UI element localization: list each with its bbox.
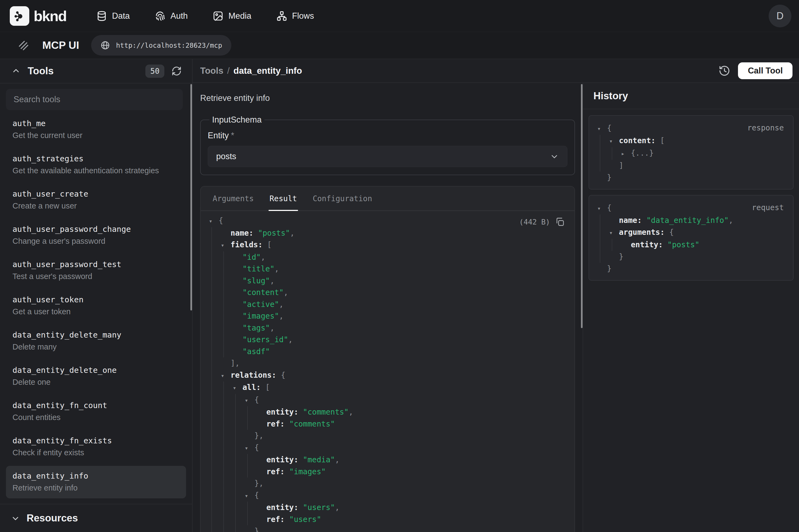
database-icon xyxy=(96,11,107,21)
json-string-value: "data_entity_info" xyxy=(642,216,728,225)
json-punctuation: } xyxy=(607,264,612,273)
json-key: entity: xyxy=(266,407,298,417)
tab-configuration[interactable]: Configuration xyxy=(313,187,372,210)
tool-list-item-data_entity_fn_count[interactable]: data_entity_fn_countCount entities xyxy=(6,395,186,428)
collapse-triangle-icon[interactable]: ▾ xyxy=(245,490,254,502)
tool-detail-panel: Retrieve entity info InputSchema Entity*… xyxy=(193,83,583,532)
collapse-triangle-icon[interactable]: ▾ xyxy=(597,123,607,135)
tool-description: Get the current user xyxy=(13,131,179,140)
nav-item-auth[interactable]: Auth xyxy=(155,11,188,21)
logo-text: bknd xyxy=(34,7,66,24)
json-line: name: "data_entity_info", xyxy=(597,214,785,226)
tool-list-item-data_entity_fn_exists[interactable]: data_entity_fn_existsCheck if entity exi… xyxy=(6,431,186,463)
bknd-logo[interactable]: bknd xyxy=(10,6,66,26)
network-icon xyxy=(277,11,287,21)
tool-description: Retrieve entity info xyxy=(200,93,575,103)
json-key: entity: xyxy=(266,503,298,512)
collapse-triangle-icon[interactable]: ▾ xyxy=(609,135,619,147)
expand-triangle-icon[interactable]: ▸ xyxy=(621,148,631,160)
collapse-triangle-icon[interactable]: ▾ xyxy=(233,382,243,394)
tool-name: data_entity_delete_many xyxy=(13,330,179,340)
tool-list-item-data_entity_delete_many[interactable]: data_entity_delete_manyDelete many xyxy=(6,325,186,357)
entity-select[interactable]: posts xyxy=(208,146,567,167)
json-line: ref: "images" xyxy=(209,466,565,478)
top-nav-bar: bknd DataAuthMediaFlows D xyxy=(0,0,799,32)
tool-list-item-auth_user_create[interactable]: auth_user_createCreate a new user xyxy=(6,184,186,216)
tool-description: Delete one xyxy=(13,378,179,387)
fingerprint-icon xyxy=(155,11,166,21)
user-avatar[interactable]: D xyxy=(768,5,792,27)
chevron-up-icon[interactable] xyxy=(12,66,21,76)
json-punctuation: ], xyxy=(230,359,240,368)
search-input[interactable] xyxy=(6,89,183,110)
json-punctuation: , xyxy=(335,455,340,464)
tab-result[interactable]: Result xyxy=(270,187,297,210)
collapse-triangle-icon[interactable]: ▾ xyxy=(245,442,254,454)
collapse-triangle-icon[interactable]: ▾ xyxy=(221,240,230,251)
json-line: "id", xyxy=(209,251,565,263)
chevron-down-icon[interactable] xyxy=(11,514,20,523)
tool-list-item-auth_user_token[interactable]: auth_user_tokenGet a user token xyxy=(6,290,186,322)
json-punctuation: , xyxy=(288,335,293,344)
tools-count-badge: 50 xyxy=(145,64,164,78)
json-line: } xyxy=(597,263,785,275)
tool-list-item-auth_strategies[interactable]: auth_strategiesGet the available authent… xyxy=(6,149,186,181)
copy-icon[interactable] xyxy=(555,217,565,227)
json-line: ▾fields: [ xyxy=(209,239,565,251)
history-title: History xyxy=(593,90,628,102)
collapse-triangle-icon[interactable]: ▾ xyxy=(597,203,607,214)
json-string-value: "id" xyxy=(243,253,261,262)
json-line: entity: "media", xyxy=(209,454,565,466)
json-line: } xyxy=(597,251,785,263)
tool-list-item-auth_user_password_change[interactable]: auth_user_password_changeChange a user's… xyxy=(6,219,186,252)
history-icon[interactable] xyxy=(719,65,730,77)
tab-arguments[interactable]: Arguments xyxy=(213,187,254,210)
bknd-logo-icon xyxy=(10,6,29,26)
tool-list-item-data_entity_info[interactable]: data_entity_infoRetrieve entity info xyxy=(6,466,186,498)
json-line: "tags", xyxy=(209,322,565,334)
nav-item-label: Data xyxy=(112,11,130,21)
history-entry-request[interactable]: request▾{name: "data_entity_info",▾argum… xyxy=(589,195,794,281)
tools-section-header[interactable]: Tools 50 xyxy=(0,59,192,83)
tool-description: Create a new user xyxy=(13,202,179,210)
input-schema-legend: InputSchema xyxy=(209,115,264,125)
json-punctuation: } xyxy=(254,527,259,532)
sidebar-scrollbar[interactable] xyxy=(190,84,192,310)
main-scrollbar[interactable] xyxy=(581,84,583,328)
json-line: name: "posts", xyxy=(209,227,565,239)
json-punctuation: , xyxy=(335,503,340,512)
json-punctuation: } xyxy=(619,252,624,261)
json-punctuation: { xyxy=(607,203,612,212)
collapse-triangle-icon[interactable]: ▾ xyxy=(245,395,254,406)
tool-name: auth_user_token xyxy=(13,295,179,304)
json-string-value: "images" xyxy=(243,311,279,321)
call-tool-button[interactable]: Call Tool xyxy=(738,62,793,79)
collapse-triangle-icon[interactable]: ▾ xyxy=(221,370,230,382)
tool-list-item-auth_me[interactable]: auth_meGet the current user xyxy=(6,113,186,146)
refresh-icon[interactable] xyxy=(171,66,182,76)
mcp-url-chip[interactable]: http://localhost:28623/mcp xyxy=(91,35,231,56)
json-punctuation: } xyxy=(607,173,612,182)
breadcrumb-root[interactable]: Tools xyxy=(200,65,224,76)
json-string-value: "users" xyxy=(285,515,321,524)
nav-item-flows[interactable]: Flows xyxy=(277,11,314,21)
image-icon xyxy=(213,11,224,21)
json-key: ref: xyxy=(266,515,285,524)
resources-section-header[interactable]: Resources xyxy=(0,504,192,532)
nav-item-media[interactable]: Media xyxy=(213,11,251,21)
history-entry-response[interactable]: response▾{▾content: [▸{...}]} xyxy=(589,115,794,190)
history-entry-type-label: response xyxy=(747,124,784,132)
json-punctuation: { xyxy=(607,124,612,133)
json-line: ▾{ xyxy=(209,490,565,502)
collapse-triangle-icon[interactable]: ▾ xyxy=(609,227,619,239)
json-line: "content", xyxy=(209,287,565,299)
history-entry-type-label: request xyxy=(752,203,784,212)
tool-list-item-data_entity_delete_one[interactable]: data_entity_delete_oneDelete one xyxy=(6,360,186,393)
history-panel: History response▾{▾content: [▸{...}]}req… xyxy=(583,83,799,532)
json-punctuation: ] xyxy=(619,161,624,170)
tool-list-item-auth_user_password_test[interactable]: auth_user_password_testTest a user's pas… xyxy=(6,254,186,287)
tool-name: data_entity_info xyxy=(13,471,179,480)
json-punctuation: , xyxy=(279,311,284,321)
collapse-triangle-icon[interactable]: ▾ xyxy=(209,215,218,227)
nav-item-data[interactable]: Data xyxy=(96,11,130,21)
